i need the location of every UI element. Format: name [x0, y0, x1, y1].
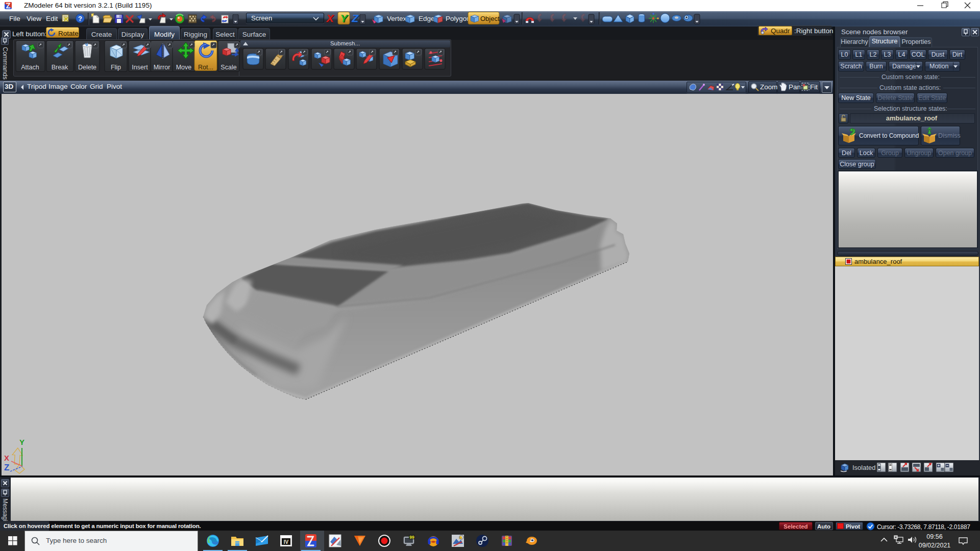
svg-text:?: ?	[78, 15, 82, 22]
svg-text:IV: IV	[284, 539, 289, 545]
svg-text:99: 99	[409, 535, 414, 540]
svg-text:X: X	[326, 12, 335, 24]
svg-text:Polygon: Polygon	[446, 15, 471, 22]
svg-text:Edge: Edge	[419, 15, 435, 22]
svg-text:X: X	[4, 454, 9, 462]
svg-text:Y: Y	[19, 438, 24, 446]
svg-text:Z: Z	[4, 463, 9, 472]
svg-text:Y: Y	[340, 12, 349, 24]
svg-text:Vertex: Vertex	[387, 15, 407, 22]
svg-text:Z: Z	[351, 12, 359, 24]
svg-text:Object: Object	[480, 15, 500, 22]
